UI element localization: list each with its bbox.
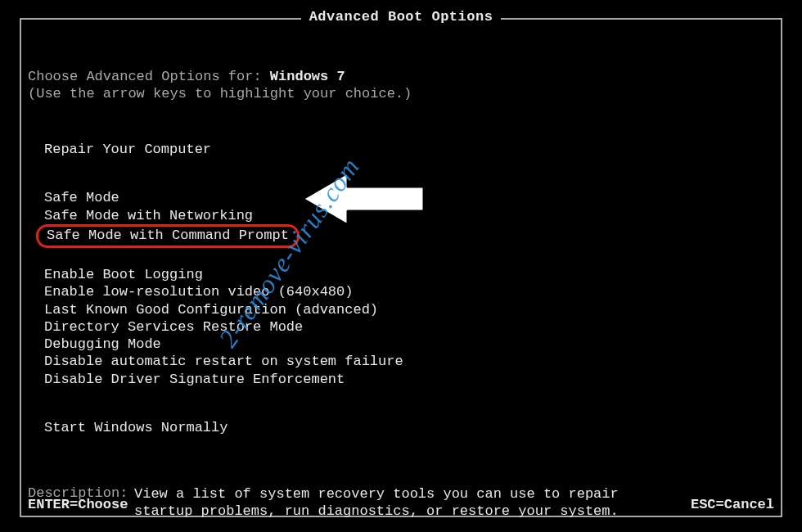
group-normal: Start Windows Normally [44,419,774,436]
group-safe-mode: Safe Mode Safe Mode with Networking Safe… [44,189,774,248]
choose-prefix: Choose Advanced Options for: [28,69,270,84]
group-repair: Repair Your Computer [44,141,774,158]
option-disable-driver-sig[interactable]: Disable Driver Signature Enforcement [44,371,774,388]
option-safe-mode[interactable]: Safe Mode [44,189,774,206]
content-area: Choose Advanced Options for: Windows 7 (… [20,18,782,517]
option-repair-your-computer[interactable]: Repair Your Computer [44,141,774,158]
option-start-normally[interactable]: Start Windows Normally [44,419,774,436]
choose-os-line: Choose Advanced Options for: Windows 7 [28,69,774,84]
option-safe-mode-cmd[interactable]: Safe Mode with Command Prompt [44,224,774,248]
option-safe-mode-networking[interactable]: Safe Mode with Networking [44,207,774,224]
footer-bar: ENTER=Choose ESC=Cancel [28,497,774,512]
arrow-key-hint: (Use the arrow keys to highlight your ch… [28,86,774,101]
option-enable-boot-logging[interactable]: Enable Boot Logging [44,266,774,283]
option-low-res-video[interactable]: Enable low-resolution video (640x480) [44,283,774,300]
footer-esc: ESC=Cancel [691,497,774,512]
footer-enter: ENTER=Choose [28,497,128,512]
option-directory-services-restore[interactable]: Directory Services Restore Mode [44,318,774,336]
group-advanced: Enable Boot Logging Enable low-resolutio… [44,266,774,388]
option-debugging-mode[interactable]: Debugging Mode [44,336,774,353]
os-name: Windows 7 [270,69,345,84]
option-safe-mode-cmd-label: Safe Mode with Command Prompt [36,224,300,248]
option-disable-auto-restart[interactable]: Disable automatic restart on system fail… [44,353,774,370]
option-last-known-good[interactable]: Last Known Good Configuration (advanced) [44,301,774,318]
